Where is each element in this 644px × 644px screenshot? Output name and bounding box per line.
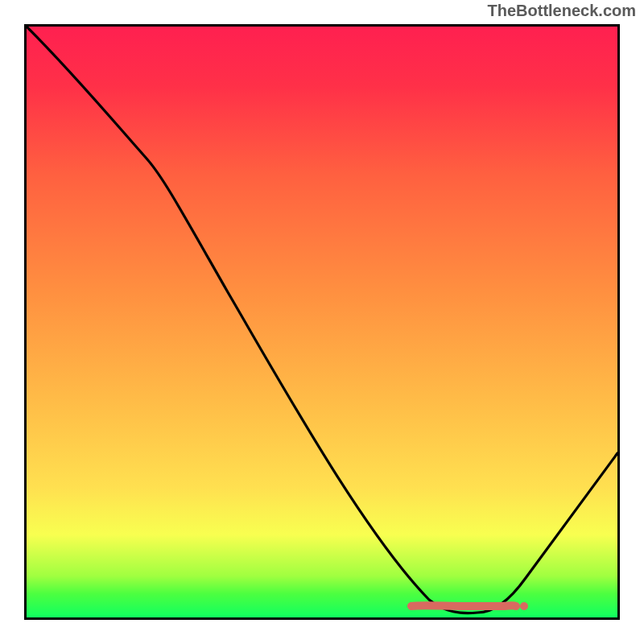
chart-line-curve bbox=[27, 27, 617, 613]
chart-marker-dot bbox=[520, 602, 528, 610]
chart-plot-area bbox=[24, 24, 620, 620]
chart-svg bbox=[27, 27, 617, 617]
chart-marker-band bbox=[411, 605, 516, 606]
watermark-label: TheBottleneck.com bbox=[488, 2, 636, 20]
